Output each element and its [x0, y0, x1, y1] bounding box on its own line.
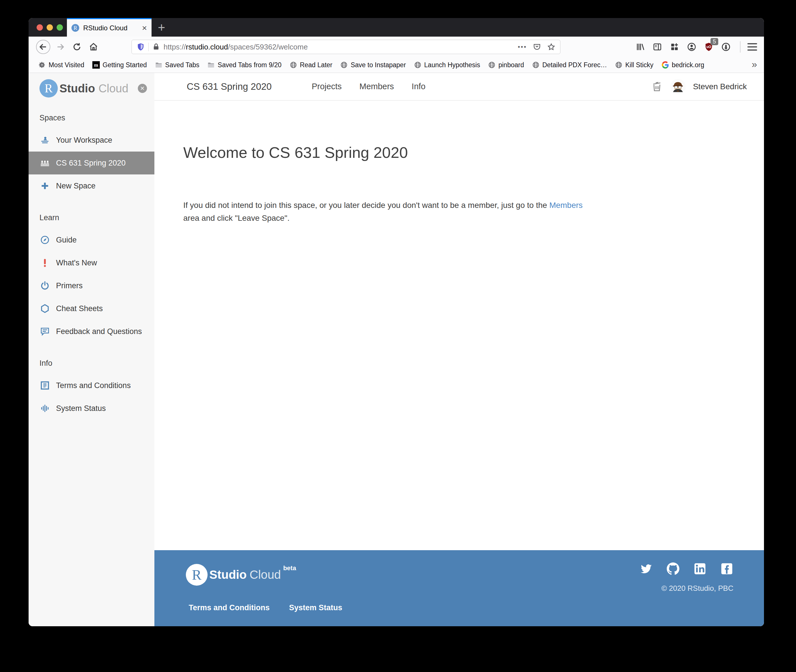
- sidebar-item[interactable]: System Status: [29, 397, 154, 420]
- bookmarks-overflow-icon[interactable]: »: [752, 59, 759, 70]
- sidebar-item[interactable]: Primers: [29, 274, 154, 297]
- footer: R Studio Cloud beta Terms and Conditions…: [154, 550, 764, 626]
- svg-text:uO: uO: [706, 45, 711, 49]
- window-zoom-button[interactable]: [57, 24, 63, 30]
- tab-title: RStudio Cloud: [83, 24, 138, 32]
- svg-text:m: m: [94, 62, 98, 68]
- rstudio-cloud-app: R Studio Cloud ✕ Spaces Your Workspace: [29, 73, 764, 626]
- bookmarks-bar: Most Visited m Getting Started Saved Tab…: [29, 57, 764, 73]
- account-icon[interactable]: [687, 42, 697, 52]
- globe-icon: [340, 61, 348, 69]
- lock-icon: [152, 43, 160, 51]
- sidebar-item[interactable]: Terms and Conditions: [29, 374, 154, 397]
- sidebar-item[interactable]: Feedback and Questions: [29, 320, 154, 343]
- bookmark-item[interactable]: pinboard: [488, 61, 524, 69]
- sidebar-heading-spaces: Spaces: [29, 114, 154, 122]
- bookmark-item[interactable]: Kill Sticky: [615, 61, 653, 69]
- bookmark-item[interactable]: Saved Tabs: [155, 61, 200, 69]
- footer-rstudio-logo-icon: R: [186, 564, 208, 586]
- hexagon-icon: [40, 304, 50, 314]
- welcome-content: Welcome to CS 631 Spring 2020 If you did…: [154, 101, 764, 550]
- bookmark-item[interactable]: Saved Tabs from 9/20: [207, 61, 281, 69]
- window-minimize-button[interactable]: [46, 24, 53, 30]
- nav-link[interactable]: Members: [360, 82, 394, 91]
- user-avatar[interactable]: [670, 79, 686, 94]
- navigation-toolbar: https://rstudio.cloud/spaces/59362/welco…: [29, 37, 764, 57]
- sidebar-item[interactable]: CS 631 Spring 2020: [29, 152, 154, 174]
- globe-icon: [289, 61, 297, 69]
- power-icon: [40, 281, 50, 291]
- bookmark-item[interactable]: m Getting Started: [92, 61, 147, 69]
- user-name[interactable]: Steven Bedrick: [693, 82, 747, 91]
- sidebar-section-spaces: Spaces Your Workspace CS 631 Spring 2020: [29, 114, 154, 197]
- bookmark-item[interactable]: Most Visited: [38, 61, 84, 69]
- ublock-origin-icon[interactable]: uO 5: [704, 42, 714, 52]
- workspace-icon: [40, 135, 50, 145]
- globe-icon: [488, 61, 496, 69]
- footer-copyright: © 2020 RStudio, PBC: [661, 584, 734, 593]
- footer-link[interactable]: System Status: [289, 603, 342, 612]
- back-button[interactable]: [36, 40, 50, 54]
- space-nav: Projects Members Info: [312, 82, 425, 91]
- rstudio-logo-icon[interactable]: R: [40, 79, 58, 98]
- sidebar-section-learn: Learn Guide What's New: [29, 213, 154, 343]
- bookmark-item[interactable]: Detailed PDX Forec…: [532, 61, 607, 69]
- library-icon[interactable]: [635, 42, 645, 52]
- menu-hamburger-icon[interactable]: [747, 43, 757, 51]
- sidebar-section-info: Info Terms and Conditions System Status: [29, 359, 154, 420]
- sidebar-item[interactable]: What's New: [29, 251, 154, 274]
- footer-logo[interactable]: R Studio Cloud beta: [186, 564, 296, 586]
- url-bar[interactable]: https://rstudio.cloud/spaces/59362/welco…: [131, 40, 560, 54]
- facebook-icon[interactable]: [720, 562, 734, 575]
- tracking-protection-shield-icon[interactable]: [136, 43, 145, 51]
- people-icon: [40, 158, 50, 168]
- forward-button[interactable]: [56, 42, 65, 52]
- bookmark-item[interactable]: bedrick.org: [661, 61, 704, 69]
- logo-studio-text: Studio: [59, 82, 95, 95]
- footer-link[interactable]: Terms and Conditions: [189, 603, 270, 612]
- sidebar-item[interactable]: Guide: [29, 229, 154, 251]
- sidebar-toggle-icon[interactable]: [652, 42, 662, 52]
- bookmark-item[interactable]: Save to Instapaper: [340, 61, 406, 69]
- twitter-icon[interactable]: [639, 562, 653, 575]
- browser-window: R RStudio Cloud × + https://rstudio.clou…: [29, 18, 764, 626]
- bookmark-item[interactable]: Launch Hypothesis: [414, 61, 480, 69]
- extension-grid-icon[interactable]: [670, 42, 679, 52]
- pocket-icon[interactable]: [533, 43, 541, 51]
- beta-badge: beta: [283, 565, 296, 572]
- sidebar-item[interactable]: Cheat Sheets: [29, 297, 154, 320]
- new-tab-button[interactable]: +: [158, 21, 165, 34]
- reload-button[interactable]: [72, 42, 82, 52]
- bookmark-star-icon[interactable]: [547, 43, 556, 51]
- page-actions-icon[interactable]: •••: [518, 43, 527, 51]
- tab-close-icon[interactable]: ×: [142, 24, 147, 32]
- browser-tab[interactable]: R RStudio Cloud ×: [67, 18, 152, 37]
- folder-icon: [155, 61, 162, 69]
- compass-icon: [40, 235, 50, 245]
- bookmark-item[interactable]: Read Later: [289, 61, 332, 69]
- equalizer-icon: [40, 403, 50, 413]
- sidebar-close-button[interactable]: ✕: [138, 84, 147, 93]
- footer-links: Terms and Conditions System Status: [189, 603, 342, 612]
- traffic-lights: [29, 18, 63, 37]
- globe-icon: [414, 61, 422, 69]
- tab-bar: R RStudio Cloud × +: [29, 18, 764, 37]
- sidebar-item[interactable]: Your Workspace: [29, 129, 154, 152]
- linkedin-icon[interactable]: [693, 562, 706, 575]
- github-icon[interactable]: [667, 562, 679, 575]
- onepassword-icon[interactable]: [721, 42, 731, 52]
- space-title: CS 631 Spring 2020: [187, 81, 272, 92]
- nav-link[interactable]: Info: [412, 82, 425, 91]
- doc-icon: [40, 381, 50, 390]
- sidebar-item[interactable]: New Space: [29, 174, 154, 197]
- home-button[interactable]: [89, 42, 98, 52]
- nav-link[interactable]: Projects: [312, 82, 342, 91]
- chat-icon: [40, 326, 50, 336]
- sidebar-heading-info: Info: [29, 359, 154, 368]
- trash-icon[interactable]: [651, 81, 663, 92]
- exclaim-icon: [40, 258, 50, 268]
- window-close-button[interactable]: [37, 24, 43, 30]
- members-link[interactable]: Members: [549, 201, 583, 210]
- logo-cloud-text: Cloud: [98, 82, 128, 95]
- globe-icon: [532, 61, 540, 69]
